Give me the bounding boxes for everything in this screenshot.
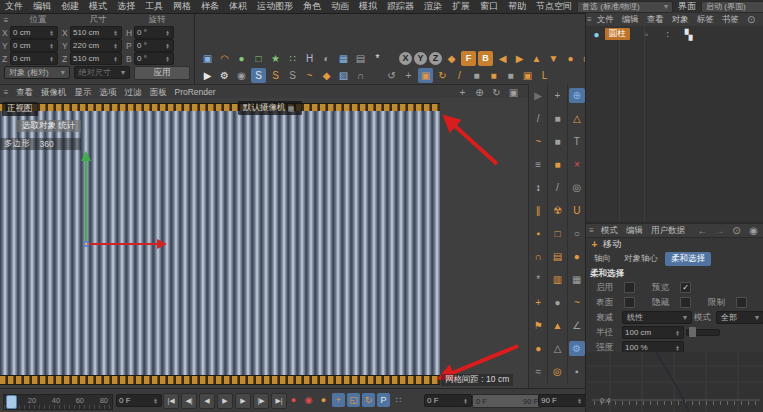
- mode-cube-2-icon[interactable]: ■: [486, 68, 501, 83]
- ruler-icon[interactable]: L: [537, 68, 552, 83]
- goto-end-button[interactable]: ▶|: [271, 393, 287, 409]
- prev-frame-button[interactable]: ◀: [199, 393, 215, 409]
- select-arrow-icon[interactable]: ▶: [530, 88, 546, 103]
- search-icon[interactable]: ⊙: [729, 223, 744, 238]
- cube-a-icon[interactable]: ■: [549, 111, 565, 126]
- menubar-item[interactable]: 模拟: [354, 0, 382, 13]
- workplane-button[interactable]: ▣: [418, 68, 433, 83]
- key-pla-toggle[interactable]: ∷: [392, 393, 405, 407]
- spinner-icon[interactable]: [48, 56, 55, 62]
- clone-icon[interactable]: ≡: [530, 157, 546, 172]
- state-icon[interactable]: ▫: [639, 27, 654, 42]
- magnet-b-icon[interactable]: U: [569, 203, 585, 218]
- timeline-playhead[interactable]: [6, 395, 17, 409]
- object-manager-menu-item[interactable]: 对象: [668, 13, 693, 26]
- limit-checkbox[interactable]: [736, 297, 747, 308]
- drop-icon[interactable]: ●: [530, 341, 546, 356]
- mixer-icon[interactable]: ∥: [530, 203, 546, 218]
- prev-arrow-button[interactable]: ◀: [495, 51, 510, 66]
- wave-icon[interactable]: ≈: [530, 364, 546, 379]
- menubar-item[interactable]: 创建: [56, 0, 84, 13]
- layers-icon[interactable]: ▧: [336, 68, 351, 83]
- spinner-icon[interactable]: [164, 56, 171, 62]
- spline-snap-icon[interactable]: ~: [569, 295, 585, 310]
- viewport-menu-item[interactable]: 面板: [146, 86, 171, 99]
- play-button[interactable]: ▶: [217, 393, 233, 409]
- range-start-field[interactable]: 0 F: [424, 394, 472, 407]
- apply-button[interactable]: 应用: [134, 66, 190, 80]
- mode-cube-1-icon[interactable]: ■: [469, 68, 484, 83]
- menubar-item[interactable]: 帮助: [503, 0, 531, 13]
- axis-icon[interactable]: +: [549, 88, 565, 103]
- b-button[interactable]: B: [478, 51, 493, 66]
- rotate-tool-icon[interactable]: ↻: [435, 68, 450, 83]
- key-scale-toggle[interactable]: ◱: [347, 393, 360, 407]
- falloff-graph[interactable]: 0.4: [586, 352, 763, 412]
- visibility-dots-icon[interactable]: ∶: [660, 27, 675, 42]
- pos-y-field[interactable]: 0 cm: [10, 39, 58, 52]
- menubar-item[interactable]: 角色: [298, 0, 326, 13]
- menubar-item[interactable]: 体积: [224, 0, 252, 13]
- up-arrow-button[interactable]: ▲: [529, 51, 544, 66]
- spinner-icon[interactable]: [112, 30, 119, 36]
- panel-menu-icon[interactable]: ≡: [587, 223, 596, 238]
- object-manager-menu-item[interactable]: 文件: [593, 13, 618, 26]
- next-arrow-button[interactable]: ▶: [512, 51, 527, 66]
- object-manager-menu-item[interactable]: 查看: [643, 13, 668, 26]
- spinner-icon[interactable]: [674, 345, 681, 351]
- bag-icon[interactable]: ▪: [530, 226, 546, 241]
- box-open-icon[interactable]: □: [549, 226, 565, 241]
- pen-tool-icon[interactable]: /: [452, 68, 467, 83]
- sss-button-2[interactable]: S: [268, 68, 283, 83]
- object-manager-menu-item[interactable]: 标签: [693, 13, 718, 26]
- panel-menu-icon[interactable]: ≡: [587, 12, 592, 27]
- target-icon[interactable]: ◎: [569, 180, 585, 195]
- falloff-dropdown[interactable]: 线性: [622, 311, 692, 324]
- menubar-item[interactable]: 文件: [0, 0, 28, 13]
- x-axis-lock-button[interactable]: X: [399, 52, 412, 65]
- render-view-button[interactable]: ▶: [200, 68, 215, 83]
- cone-tool-icon[interactable]: △: [569, 111, 585, 126]
- pyramid-icon[interactable]: △: [549, 341, 565, 356]
- brush-icon[interactable]: ~: [530, 134, 546, 149]
- menubar-item[interactable]: 选择: [112, 0, 140, 13]
- panel-menu-icon[interactable]: ≡: [1, 13, 11, 28]
- knife-b-icon[interactable]: /: [549, 180, 565, 195]
- object-mode-dropdown[interactable]: 对象 (相对): [4, 66, 70, 79]
- mode-dropdown[interactable]: 全部: [716, 311, 763, 324]
- radius-field[interactable]: 100 cm: [622, 326, 684, 339]
- viewport-menu-item[interactable]: 过滤: [121, 86, 146, 99]
- viewport-menu-item[interactable]: 摄像机: [37, 86, 71, 99]
- size-x-field[interactable]: 510 cm: [70, 26, 122, 39]
- rot-h-field[interactable]: 0 °: [134, 26, 174, 39]
- cone-icon[interactable]: ▲: [549, 318, 565, 333]
- timeline-ruler[interactable]: 020406080: [3, 394, 113, 410]
- lock-icon[interactable]: ◉: [746, 223, 761, 238]
- sphere-green-icon[interactable]: ●: [234, 51, 249, 66]
- object-manager-menu-item[interactable]: 书签: [718, 13, 743, 26]
- angle-icon[interactable]: ∠: [569, 318, 585, 333]
- back-icon[interactable]: ←: [695, 223, 710, 238]
- attribute-menu-item[interactable]: 编辑: [622, 224, 647, 237]
- sphere-orange-button[interactable]: ●: [563, 51, 578, 66]
- record-keyframe-button[interactable]: ●: [287, 393, 300, 407]
- menubar-item[interactable]: 样条: [196, 0, 224, 13]
- cylinder-array-object[interactable]: [0, 111, 440, 375]
- knife-icon[interactable]: /: [530, 111, 546, 126]
- spinner-icon[interactable]: [48, 43, 55, 49]
- spinner-icon[interactable]: [164, 30, 171, 36]
- attribute-menu-item[interactable]: 模式: [597, 224, 622, 237]
- menubar-item[interactable]: 扩展: [447, 0, 475, 13]
- light-icon[interactable]: *: [370, 51, 385, 66]
- spinner-icon[interactable]: [112, 56, 119, 62]
- viewport-canvas[interactable]: 正视图 默认摄像机 ▦ 选取对象 统计 多边形 360 网格间距 : 10 cm: [0, 98, 528, 388]
- preview-checkbox[interactable]: ✓: [680, 282, 691, 293]
- crate-icon[interactable]: ▥: [549, 272, 565, 287]
- mode-cube-4-icon[interactable]: ▣: [520, 68, 535, 83]
- enable-checkbox[interactable]: [624, 282, 635, 293]
- magnet-icon[interactable]: H: [302, 51, 317, 66]
- star-green-icon[interactable]: ★: [268, 51, 283, 66]
- stone-icon[interactable]: ◐: [319, 51, 334, 66]
- hammer-icon[interactable]: T: [569, 134, 585, 149]
- spinner-icon[interactable]: [112, 43, 119, 49]
